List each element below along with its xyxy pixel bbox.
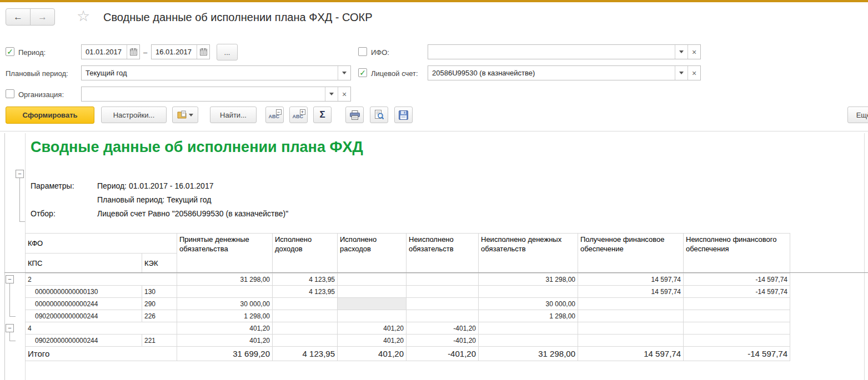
num-cell[interactable] [273,322,338,335]
header-executed-income[interactable]: Исполнено доходов [273,234,338,273]
num-cell[interactable] [578,310,684,322]
num-cell[interactable] [407,286,479,298]
num-cell[interactable]: 1 298,00 [177,310,273,322]
num-cell[interactable] [479,322,578,335]
num-cell[interactable] [479,335,578,347]
preview-button[interactable] [370,107,388,123]
ifo-dropdown-button[interactable] [675,45,688,59]
selected-cell[interactable] [338,298,407,310]
plan-period-value[interactable]: Текущий год [82,66,338,80]
header-unexecuted-monetary[interactable]: Неисполнено денежных обязательств [479,234,578,273]
report-group-toggle[interactable]: − [16,170,24,178]
kps-cell[interactable]: 00000000000000130 [26,286,142,298]
num-cell[interactable]: 401,20 [338,322,407,335]
num-cell[interactable]: 14 597,74 [578,273,684,286]
num-cell[interactable]: -14 597,74 [684,273,790,286]
ifo-input[interactable] [428,45,675,59]
period-from-input[interactable]: 01.01.2017 [82,45,127,59]
ifo-select[interactable]: × [428,44,701,59]
account-dropdown-button[interactable] [675,66,688,80]
kek-cell[interactable]: 130 [142,286,177,298]
num-cell[interactable]: 30 000,00 [177,298,273,310]
account-select[interactable]: 20586U99530 (в казначействе) × [428,65,701,80]
group-4-toggle[interactable]: − [6,324,14,332]
account-clear-button[interactable]: × [688,66,700,80]
ifo-clear-button[interactable]: × [688,45,700,59]
period-to-calendar-button[interactable] [197,45,209,59]
favorite-star-icon[interactable]: ☆ [77,8,90,24]
organization-checkbox[interactable] [6,89,14,98]
ifo-checkbox[interactable] [358,47,367,56]
period-to-field[interactable]: 16.01.2017 [151,44,210,59]
kek-cell[interactable]: 221 [142,335,177,347]
period-from-field[interactable]: 01.01.2017 [81,44,140,59]
kek-cell[interactable]: 226 [142,310,177,322]
num-cell[interactable] [273,310,338,322]
print-button[interactable] [345,107,364,123]
group-2-toggle[interactable]: − [6,275,14,283]
num-cell[interactable]: 401,20 [177,335,273,347]
num-cell[interactable] [684,335,790,347]
num-cell[interactable]: 31 699,20 [177,347,273,361]
num-cell[interactable] [273,335,338,347]
num-cell[interactable] [684,310,790,322]
more-button[interactable]: Ещё [847,107,868,123]
num-cell[interactable] [177,286,273,298]
num-cell[interactable] [338,310,407,322]
num-cell[interactable]: -401,20 [407,322,479,335]
header-executed-expenses[interactable]: Исполнено расходов [338,234,407,273]
plan-period-select[interactable]: Текущий год [81,65,351,80]
num-cell[interactable] [684,322,790,335]
kps-cell[interactable]: 09020000000000244 [26,335,142,347]
num-cell[interactable] [578,322,684,335]
num-cell[interactable]: 14 597,74 [578,286,684,298]
account-checkbox[interactable]: ✓ [358,68,367,77]
num-cell[interactable]: 4 123,95 [273,347,338,361]
forward-button[interactable]: → [31,9,54,25]
save-button[interactable] [394,107,413,123]
kek-cell[interactable]: 290 [142,298,177,310]
header-unexecuted-financing[interactable]: Неисполнено финансового обеспечения [684,234,790,273]
num-cell[interactable]: -401,20 [407,335,479,347]
num-cell[interactable]: 31 298,00 [479,273,578,286]
num-cell[interactable] [578,335,684,347]
back-button[interactable]: ← [6,9,31,25]
period-to-input[interactable]: 16.01.2017 [152,45,197,59]
header-received-financing[interactable]: Полученное финансовое обеспечение [578,234,684,273]
num-cell[interactable]: 14 597,74 [578,347,684,361]
num-cell[interactable]: 401,20 [177,322,273,335]
num-cell[interactable] [407,298,479,310]
num-cell[interactable]: -14 597,74 [684,286,790,298]
report-variant-button[interactable] [172,107,198,123]
expand-groups-button[interactable]: ABC + [289,107,308,123]
header-kek[interactable]: КЭК [142,254,177,273]
settings-button[interactable]: Настройки... [101,107,167,123]
num-cell[interactable] [338,286,407,298]
num-cell[interactable] [407,310,479,322]
group-label-cell[interactable]: 2 [26,273,177,286]
account-input[interactable]: 20586U99530 (в казначействе) [428,66,675,80]
num-cell[interactable]: -401,20 [407,347,479,361]
num-cell[interactable] [479,286,578,298]
header-kps[interactable]: КПС [26,254,142,273]
num-cell[interactable] [407,273,479,286]
total-label-cell[interactable]: Итого [26,347,177,361]
generate-button[interactable]: Сформировать [6,107,94,124]
num-cell[interactable]: 401,20 [338,347,407,361]
header-accepted-obligations[interactable]: Принятые денежные обязательства [177,234,273,273]
num-cell[interactable] [338,273,407,286]
num-cell[interactable] [684,298,790,310]
kps-cell[interactable]: 09020000000000244 [26,310,142,322]
totals-button[interactable]: Σ [313,107,332,123]
num-cell[interactable] [273,298,338,310]
find-button[interactable]: Найти... [210,107,257,123]
period-checkbox[interactable]: ✓ [6,47,14,56]
header-kfo[interactable]: КФО [26,234,177,254]
organization-input[interactable] [82,87,325,101]
num-cell[interactable]: 4 123,95 [273,273,338,286]
num-cell[interactable]: 1 298,00 [479,310,578,322]
plan-period-dropdown-button[interactable] [338,66,350,80]
num-cell[interactable]: 31 298,00 [479,347,578,361]
period-from-calendar-button[interactable] [127,45,139,59]
organization-dropdown-button[interactable] [325,87,338,101]
